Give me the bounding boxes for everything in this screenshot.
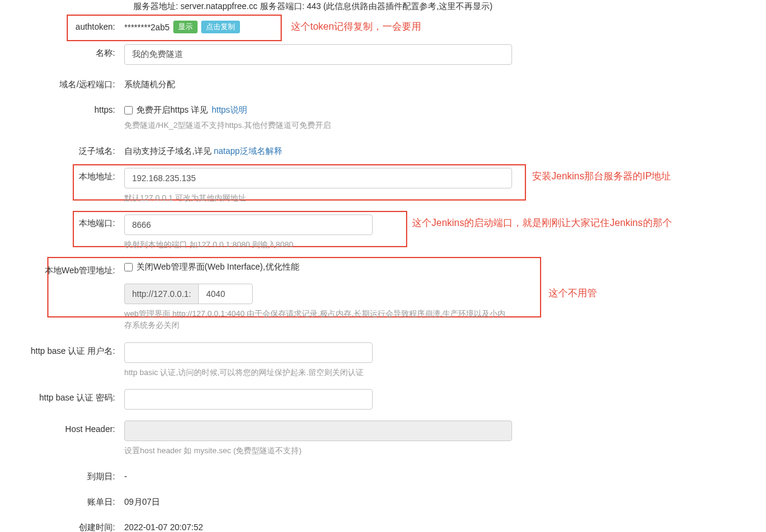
annotation-local-addr: 安装Jenkins那台服务器的IP地址: [532, 170, 671, 183]
host-header-label: Host Header:: [12, 421, 124, 434]
local-port-label: 本地端口:: [12, 214, 124, 229]
authtoken-label: authtoken:: [12, 18, 124, 32]
server-info-partial: 服务器地址: server.natappfree.cc 服务器端口: 443 (…: [12, 0, 754, 18]
annotation-token: 这个token记得复制，一会要用: [291, 21, 421, 33]
https-checkbox-label: 免费开启https 详见: [136, 105, 208, 116]
host-header-input: [124, 421, 512, 441]
created-value: 2022-01-07 20:07:52: [124, 519, 203, 532]
bill-value: 09月07日: [124, 493, 160, 508]
web-admin-port-input[interactable]: [198, 284, 253, 304]
annotation-web-admin: 这个不用管: [548, 287, 597, 300]
domain-port-value: 系统随机分配: [124, 76, 175, 90]
subdomain-label: 泛子域名:: [12, 142, 124, 157]
authtoken-value: ********2ab5: [124, 22, 170, 32]
http-user-input[interactable]: [124, 342, 373, 363]
web-admin-checkbox-label: 关闭Web管理界面(Web Interface),优化性能: [136, 262, 299, 273]
local-addr-helper: 默认127.0.0.1 可改为其他内网地址: [124, 192, 246, 204]
bill-label: 账单日:: [12, 493, 124, 508]
expire-label: 到期日:: [12, 468, 124, 482]
https-checkbox[interactable]: [124, 106, 133, 115]
name-input[interactable]: [124, 44, 512, 65]
http-user-label: http base 认证 用户名:: [12, 342, 124, 357]
web-admin-label: 本地Web管理地址:: [12, 262, 124, 276]
domain-port-label: 域名/远程端口:: [12, 76, 124, 90]
web-admin-helper: web管理界面 http://127.0.0.1:4040 由于会保存请求记录,…: [124, 308, 512, 331]
host-header-helper: 设置host header 如 mysite.sec (免费型隧道不支持): [124, 445, 302, 457]
subdomain-link[interactable]: natapp泛域名解释: [214, 146, 282, 156]
local-addr-input[interactable]: [124, 168, 512, 188]
annotation-local-port: 这个Jenkins的启动端口，就是刚刚让大家记住Jenkins的那个: [412, 217, 672, 230]
https-help-link[interactable]: https说明: [211, 105, 247, 116]
show-token-button[interactable]: 显示: [173, 21, 198, 33]
expire-value: -: [124, 468, 127, 481]
https-label: https:: [12, 101, 124, 115]
local-port-input[interactable]: [124, 214, 373, 235]
web-admin-addon: http://127.0.0.1:: [124, 284, 198, 304]
created-label: 创建时间:: [12, 519, 124, 533]
http-pass-input[interactable]: [124, 389, 373, 410]
copy-token-button[interactable]: 点击复制: [201, 21, 240, 33]
local-port-helper: 映射到本地的端口 如127.0.0.1:8080 则输入8080: [124, 239, 293, 251]
subdomain-text: 自动支持泛子域名,详见: [124, 146, 214, 156]
https-helper: 免费隧道/HK_2型隧道不支持https.其他付费隧道可免费开启: [124, 119, 331, 131]
http-pass-label: http base 认证 密码:: [12, 389, 124, 404]
web-admin-checkbox[interactable]: [124, 263, 133, 271]
name-label: 名称:: [12, 44, 124, 59]
http-user-helper: http basic 认证,访问的时候,可以将您的网址保护起来.留空则关闭认证: [124, 367, 364, 379]
local-addr-label: 本地地址:: [12, 168, 124, 182]
